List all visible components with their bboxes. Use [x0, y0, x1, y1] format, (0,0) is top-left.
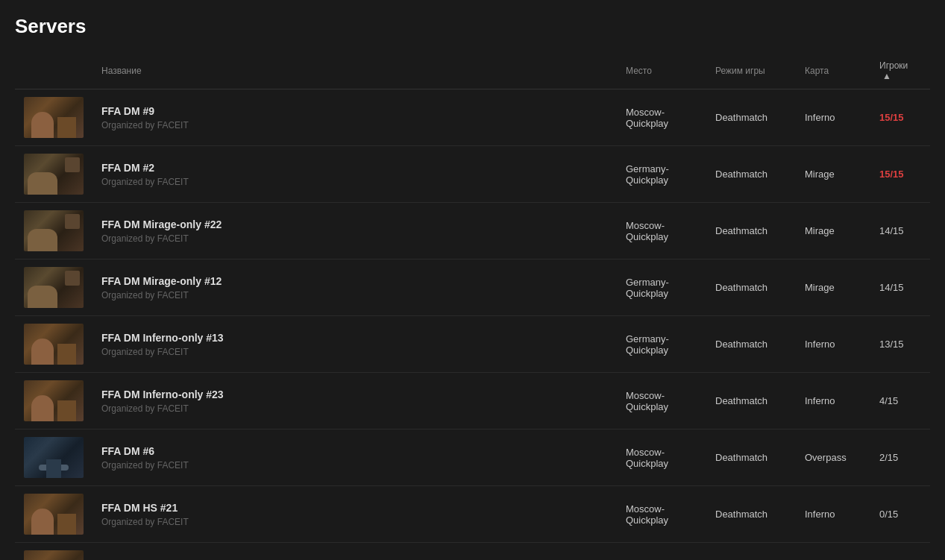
table-row[interactable]: FFA DM Inferno-only #13Organized by FACE…: [15, 316, 930, 373]
col-header-location: Место: [617, 53, 706, 89]
server-name-cell: FFA DM #8Organized by FACEIT: [92, 543, 617, 561]
server-name-cell: FFA DM #9Organized by FACEIT: [92, 89, 617, 146]
col-header-map: Карта: [796, 53, 870, 89]
server-mode: Deathmatch: [706, 316, 796, 373]
server-map: Inferno: [796, 543, 870, 561]
server-name-cell: FFA DM HS #21Organized by FACEIT: [92, 486, 617, 543]
page-title: Servers: [15, 15, 930, 38]
server-thumbnail-cell: [15, 486, 92, 543]
col-header-name: Название: [92, 53, 617, 89]
server-name: FFA DM Inferno-only #23: [101, 388, 608, 400]
table-header: Название Место Режим игры Карта Игроки ▲: [15, 53, 930, 89]
server-location: Germany-Quickplay: [617, 259, 706, 316]
server-name: FFA DM #2: [101, 162, 608, 174]
server-players: 2/15: [870, 430, 930, 486]
server-org: Organized by FACEIT: [101, 460, 608, 471]
server-mode: Deathmatch: [706, 89, 796, 146]
server-map: Mirage: [796, 203, 870, 259]
server-mode: Deathmatch: [706, 486, 796, 543]
server-map: Inferno: [796, 373, 870, 430]
server-thumbnail: [24, 380, 84, 421]
server-org: Organized by FACEIT: [101, 403, 608, 414]
table-row[interactable]: FFA DM Mirage-only #12Organized by FACEI…: [15, 259, 930, 316]
server-location: Germany-Quickplay: [617, 146, 706, 203]
server-mode: Deathmatch: [706, 430, 796, 486]
server-thumbnail-cell: [15, 259, 92, 316]
server-map: Overpass: [796, 430, 870, 486]
server-thumbnail-cell: [15, 203, 92, 259]
table-row[interactable]: FFA DM #2Organized by FACEITGermany-Quic…: [15, 146, 930, 203]
server-mode: Deathmatch: [706, 146, 796, 203]
server-map: Inferno: [796, 89, 870, 146]
server-players: 0/15: [870, 486, 930, 543]
server-name-cell: FFA DM Inferno-only #23Organized by FACE…: [92, 373, 617, 430]
servers-tbody: FFA DM #9Organized by FACEITMoscow-Quick…: [15, 89, 930, 561]
table-row[interactable]: FFA DM HS #21Organized by FACEITMoscow-Q…: [15, 486, 930, 543]
server-thumbnail: [24, 97, 84, 138]
server-name: FFA DM #6: [101, 445, 608, 457]
server-name-cell: FFA DM #6Organized by FACEIT: [92, 430, 617, 486]
server-org: Organized by FACEIT: [101, 120, 608, 130]
server-map: Mirage: [796, 259, 870, 316]
server-location: Germany-Quickplay: [617, 316, 706, 373]
server-location: Moscow-Quickplay: [617, 543, 706, 561]
server-mode: Deathmatch: [706, 259, 796, 316]
page-container: Servers Название Место Режим игры Карта …: [0, 0, 945, 560]
col-header-thumb: [15, 53, 92, 89]
table-row[interactable]: FFA DM Mirage-only #22Organized by FACEI…: [15, 203, 930, 259]
server-players: 15/15: [870, 89, 930, 146]
server-players: 15/15: [870, 146, 930, 203]
server-thumbnail-cell: [15, 543, 92, 561]
col-header-mode: Режим игры: [706, 53, 796, 89]
server-thumbnail-cell: [15, 89, 92, 146]
server-name-cell: FFA DM Inferno-only #13Organized by FACE…: [92, 316, 617, 373]
server-map: Mirage: [796, 146, 870, 203]
server-thumbnail: [24, 437, 84, 478]
server-thumbnail-cell: [15, 430, 92, 486]
server-thumbnail: [24, 550, 84, 560]
server-name-cell: FFA DM #2Organized by FACEIT: [92, 146, 617, 203]
server-map: Inferno: [796, 486, 870, 543]
server-org: Organized by FACEIT: [101, 233, 608, 244]
server-location: Moscow-Quickplay: [617, 430, 706, 486]
server-org: Organized by FACEIT: [101, 517, 608, 527]
server-thumbnail-cell: [15, 316, 92, 373]
server-thumbnail: [24, 154, 84, 195]
table-row[interactable]: FFA DM Inferno-only #23Organized by FACE…: [15, 373, 930, 430]
server-name: FFA DM #9: [101, 105, 608, 117]
server-thumbnail: [24, 494, 84, 535]
server-thumbnail: [24, 267, 84, 308]
server-players: 4/15: [870, 373, 930, 430]
server-location: Moscow-Quickplay: [617, 486, 706, 543]
server-name-cell: FFA DM Mirage-only #22Organized by FACEI…: [92, 203, 617, 259]
servers-table: Название Место Режим игры Карта Игроки ▲…: [15, 53, 930, 560]
server-location: Moscow-Quickplay: [617, 373, 706, 430]
server-location: Moscow-Quickplay: [617, 203, 706, 259]
table-row[interactable]: FFA DM #8Organized by FACEITMoscow-Quick…: [15, 543, 930, 561]
sort-arrow-icon: ▲: [882, 71, 891, 81]
server-mode: Deathmatch: [706, 373, 796, 430]
server-thumbnail: [24, 324, 84, 365]
server-mode: Deathmatch: [706, 203, 796, 259]
server-org: Organized by FACEIT: [101, 347, 608, 357]
server-name-cell: FFA DM Mirage-only #12Organized by FACEI…: [92, 259, 617, 316]
server-name: FFA DM Mirage-only #12: [101, 275, 608, 287]
server-players: 14/15: [870, 203, 930, 259]
server-name: FFA DM Inferno-only #13: [101, 332, 608, 344]
table-row[interactable]: FFA DM #9Organized by FACEITMoscow-Quick…: [15, 89, 930, 146]
server-players: 14/15: [870, 259, 930, 316]
server-thumbnail-cell: [15, 146, 92, 203]
table-row[interactable]: FFA DM #6Organized by FACEITMoscow-Quick…: [15, 430, 930, 486]
server-location: Moscow-Quickplay: [617, 89, 706, 146]
server-players: 0/15: [870, 543, 930, 561]
server-thumbnail-cell: [15, 373, 92, 430]
server-thumbnail: [24, 210, 84, 251]
server-org: Organized by FACEIT: [101, 290, 608, 301]
col-header-players: Игроки ▲: [870, 53, 930, 89]
server-org: Organized by FACEIT: [101, 177, 608, 187]
server-players: 13/15: [870, 316, 930, 373]
server-mode: Deathmatch: [706, 543, 796, 561]
server-name: FFA DM HS #21: [101, 502, 608, 514]
server-name: FFA DM Mirage-only #22: [101, 218, 608, 230]
server-map: Inferno: [796, 316, 870, 373]
